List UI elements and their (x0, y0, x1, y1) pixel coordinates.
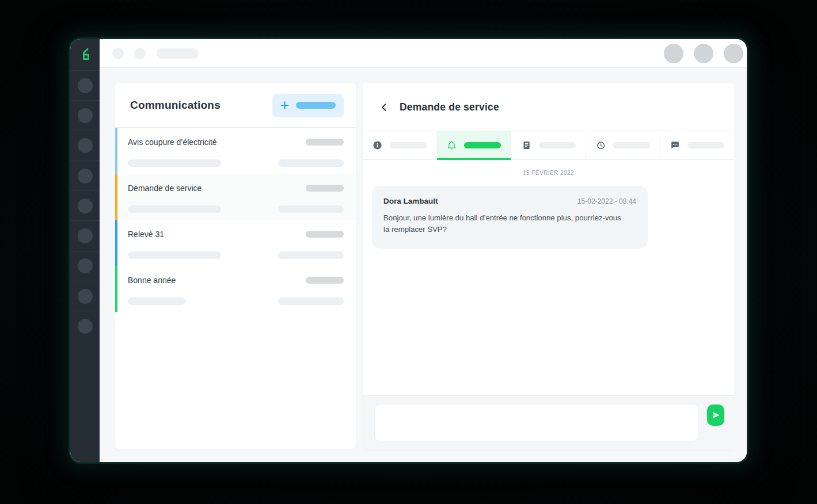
topbar-avatar-placeholder[interactable] (724, 44, 743, 63)
sidebar-nav-item[interactable] (70, 190, 100, 220)
communications-header: Communications (115, 83, 356, 128)
plus-icon (280, 100, 289, 110)
sidebar-nav-item[interactable] (70, 70, 100, 100)
communications-panel: Communications Avis coupure d’électricit… (115, 83, 356, 449)
communication-item-title: Demande de service (128, 184, 202, 193)
topbar-label-placeholder (157, 48, 199, 59)
brand-b-logo (70, 39, 100, 70)
history-icon (596, 140, 606, 150)
sidebar-nav-icon-placeholder (78, 198, 93, 213)
communication-item-title: Bonne année (128, 276, 176, 285)
sidebar-nav-icon-placeholder (78, 319, 93, 334)
sidebar-nav-icon-placeholder (78, 169, 93, 184)
communication-item-bottom (128, 205, 344, 213)
tab-label-placeholder (613, 142, 650, 148)
app-sidebar (70, 39, 100, 462)
sidebar-nav-item[interactable] (70, 311, 100, 341)
back-button[interactable] (377, 100, 392, 114)
communication-item-title: Avis coupure d’électricité (128, 138, 217, 147)
communication-date-placeholder (278, 297, 344, 305)
communication-meta-placeholder (306, 139, 344, 146)
chevron-left-icon (379, 102, 389, 112)
message-author: Dora Lambault (383, 197, 438, 205)
bell-icon (447, 140, 457, 150)
window-topbar (100, 39, 747, 68)
sidebar-nav-icon-placeholder (78, 258, 93, 273)
app-window: Communications Avis coupure d’électricit… (70, 39, 747, 462)
chat-icon (670, 140, 680, 150)
send-icon (712, 411, 720, 419)
conversation-tabs (363, 131, 734, 160)
sidebar-nav-item[interactable] (70, 100, 100, 130)
communication-list-item[interactable]: Relevé 31 (115, 220, 356, 266)
tab-label-placeholder (390, 142, 427, 148)
tab-label-placeholder (464, 142, 501, 148)
sidebar-nav-icon-placeholder (78, 108, 93, 123)
communications-list: Avis coupure d’électricité Demande de se… (115, 128, 356, 312)
sidebar-nav-item[interactable] (70, 220, 100, 250)
communication-item-top: Avis coupure d’électricité (128, 128, 344, 147)
main-content: Communications Avis coupure d’électricit… (100, 68, 747, 462)
communication-item-bottom (128, 159, 344, 167)
tab-info[interactable] (363, 131, 436, 159)
tab-notifications[interactable] (436, 131, 511, 159)
topbar-button-placeholder[interactable] (112, 48, 124, 59)
communication-list-item[interactable]: Demande de service (115, 174, 356, 220)
sidebar-nav-icon-placeholder (78, 228, 93, 243)
communication-item-bottom (128, 297, 344, 305)
communication-item-top: Bonne année (128, 266, 344, 285)
message-header: Dora Lambault 15-02-2022 - 08:44 (383, 197, 636, 205)
message-timestamp: 15-02-2022 - 08:44 (577, 197, 636, 205)
communication-meta-placeholder (306, 277, 344, 284)
topbar-avatar-placeholder[interactable] (694, 44, 713, 63)
info-icon (373, 140, 382, 150)
message-body: Bonjour, une lumière du hall d’entrée ne… (383, 212, 625, 236)
date-separator: 15 FÉVRIER 2022 (363, 160, 734, 176)
communication-date-placeholder (278, 205, 344, 213)
conversation-panel: Demande de service (363, 83, 734, 450)
conversation-header: Demande de service (363, 83, 734, 131)
communication-item-top: Demande de service (128, 174, 344, 193)
sidebar-nav-item[interactable] (70, 131, 100, 161)
communication-preview-placeholder (128, 297, 185, 305)
tab-label-placeholder (539, 142, 576, 148)
brand-b-logo-glyph (79, 48, 92, 62)
communication-preview-placeholder (128, 159, 221, 167)
send-button[interactable] (707, 404, 724, 426)
communication-preview-placeholder (128, 251, 221, 259)
communication-preview-placeholder (128, 205, 221, 213)
sidebar-nav-icon-placeholder (78, 289, 93, 304)
tab-documents[interactable] (511, 131, 585, 159)
sidebar-nav-item[interactable] (70, 281, 100, 311)
communication-item-title: Relevé 31 (128, 230, 164, 239)
sidebar-nav (70, 70, 100, 341)
topbar-button-placeholder[interactable] (134, 48, 146, 59)
sidebar-nav-icon-placeholder (78, 78, 93, 93)
desktop-background: Communications Avis coupure d’électricit… (0, 0, 817, 504)
tab-messages[interactable] (660, 131, 734, 159)
conversation-title: Demande de service (400, 101, 499, 113)
communications-title: Communications (130, 99, 221, 112)
topbar-right-group (664, 44, 743, 63)
tab-history[interactable] (586, 131, 660, 159)
communication-list-item[interactable]: Avis coupure d’électricité (115, 128, 356, 174)
tab-label-placeholder (687, 142, 724, 148)
communication-date-placeholder (278, 251, 344, 259)
message-composer (363, 395, 734, 450)
communication-date-placeholder (278, 159, 344, 167)
sidebar-nav-item[interactable] (70, 161, 100, 190)
message-input[interactable] (374, 404, 699, 441)
add-communication-button[interactable] (272, 94, 344, 117)
communication-meta-placeholder (306, 185, 344, 192)
communication-item-top: Relevé 31 (128, 220, 344, 239)
communication-meta-placeholder (306, 231, 344, 238)
topbar-avatar-placeholder[interactable] (664, 44, 683, 63)
sidebar-nav-item[interactable] (70, 251, 100, 281)
document-icon (522, 140, 531, 150)
add-button-label-placeholder (296, 102, 336, 109)
communication-item-bottom (128, 251, 344, 259)
message-thread: 15 FÉVRIER 2022 Dora Lambault 15-02-2022… (363, 160, 734, 395)
sidebar-nav-icon-placeholder (78, 138, 93, 153)
communication-list-item[interactable]: Bonne année (115, 266, 356, 312)
message-bubble: Dora Lambault 15-02-2022 - 08:44 Bonjour… (372, 186, 648, 249)
